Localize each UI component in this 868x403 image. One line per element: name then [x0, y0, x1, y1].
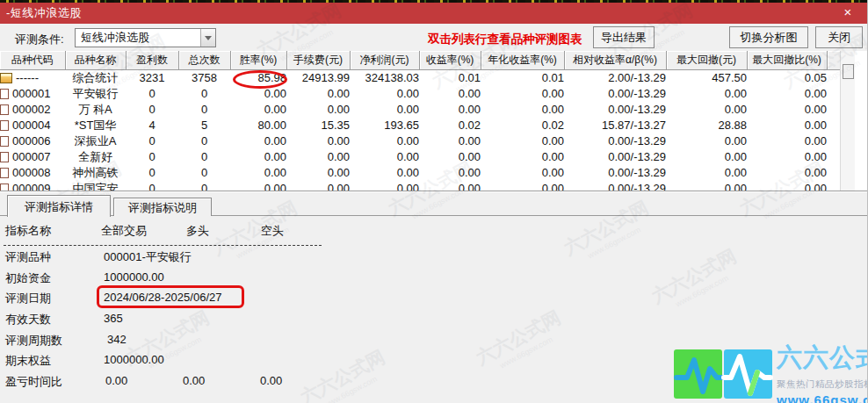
table-scrollbar[interactable]: [840, 51, 855, 191]
cell-win: 0: [126, 181, 178, 191]
panel-row-value: 1000000.00: [104, 353, 164, 366]
cell-rate: 85.98: [230, 69, 286, 86]
chevron-down-icon[interactable]: [200, 29, 215, 47]
pulse-logo-icon: [673, 348, 773, 400]
cell-code: 000009: [0, 181, 65, 191]
cell-name: *ST国华: [65, 118, 126, 133]
column-header[interactable]: 收益率(%): [419, 51, 481, 69]
cell-stub: [827, 133, 840, 149]
site-logo-subtitle: 聚焦热门精品炒股指标公式: [777, 378, 868, 391]
cell-stub: [827, 149, 840, 165]
cell-profit: 193.65: [350, 118, 419, 133]
column-header[interactable]: 品种名称: [65, 51, 126, 69]
cell-stub: [827, 118, 840, 133]
cell-total: 0: [178, 133, 230, 149]
cell-name: 深振业A: [65, 133, 126, 149]
cell-annual: 0.02: [481, 118, 564, 133]
column-header[interactable]: 最大回撤比(%): [747, 51, 827, 69]
cell-alpha_beta: 0.00/-13.29: [564, 86, 666, 102]
cell-drawdown: 0.00: [666, 86, 747, 102]
column-header[interactable]: 盈利数: [126, 51, 178, 69]
column-header[interactable]: 最大回撤(元): [666, 51, 747, 69]
tab-indicator-description[interactable]: 评测指标说明: [113, 198, 212, 216]
table-row[interactable]: 000008神州高铁000.000.000.000.000.000.00/-13…: [0, 165, 840, 181]
column-header[interactable]: 相对收益率α/β(%): [564, 51, 666, 69]
cell-fee: 0.00: [286, 149, 350, 165]
column-header[interactable]: 年化收益率(%): [481, 51, 564, 69]
cell-dd_ratio: 0.00: [747, 102, 827, 118]
export-results-button[interactable]: 导出结果: [593, 26, 655, 48]
file-icon: [0, 120, 9, 131]
cell-stub: [827, 165, 840, 181]
condition-label: 评测条件:: [15, 32, 64, 47]
cell-rate: 0.00: [230, 102, 286, 118]
panel-row-value: 342: [107, 333, 127, 346]
column-header[interactable]: 总次数: [178, 51, 230, 69]
window-title: -短线冲浪选股: [0, 5, 82, 21]
panel-row-value: 0.00: [260, 374, 282, 387]
close-icon[interactable]: ×: [840, 4, 856, 19]
cell-annual: 0.01: [481, 69, 564, 86]
column-header[interactable]: [827, 51, 840, 69]
cell-drawdown: 0.00: [666, 165, 747, 181]
table-row[interactable]: ------综合统计3231375885.9824913.99324138.03…: [0, 69, 840, 86]
table-row[interactable]: 000009中国宝安000.000.000.000.000.000.00/-13…: [0, 181, 840, 191]
cell-fee: 0.00: [286, 181, 350, 191]
table-row[interactable]: 000001平安银行000.000.000.000.000.000.00/-13…: [0, 86, 840, 102]
cell-stub: [827, 69, 840, 86]
cell-stub: [827, 181, 840, 191]
cell-rate: 0.00: [230, 133, 286, 149]
stats-folder-icon: [0, 73, 12, 83]
cell-ret: 0.00: [419, 165, 481, 181]
cell-alpha_beta: 2.00/-13.29: [564, 69, 666, 86]
cell-fee: 0.00: [286, 102, 350, 118]
file-icon: [0, 184, 9, 191]
panel-row-label: 评测品种: [5, 249, 51, 265]
cell-drawdown: 0.00: [666, 149, 747, 165]
cell-fee: 24913.99: [286, 69, 350, 86]
tab-indicator-details[interactable]: 评测指标详情: [7, 195, 111, 217]
panel-row-value: 000001-平安银行: [104, 249, 192, 265]
scrollbar-thumb[interactable]: [843, 64, 854, 79]
separator: [0, 191, 868, 196]
table-header-row: 品种代码品种名称盈利数总次数胜率(%)手续费(元)净利润(元)收益率(%)年化收…: [0, 51, 840, 69]
cell-ret: 0.00: [419, 86, 481, 102]
table-row[interactable]: 000006深振业A000.000.000.000.000.000.00/-13…: [0, 133, 840, 149]
close-button[interactable]: 关闭: [815, 26, 863, 48]
table-row[interactable]: 000007全新好000.000.000.000.000.000.00/-13.…: [0, 149, 840, 165]
cell-name: 中国宝安: [65, 181, 126, 191]
panel-row: 评测品种000001-平安银行: [0, 246, 868, 267]
file-icon: [0, 104, 9, 115]
cell-ret: 0.00: [419, 102, 481, 118]
cell-alpha_beta: 0.00/-13.29: [564, 165, 666, 181]
cell-alpha_beta: 15.87/-13.27: [564, 118, 666, 133]
cell-drawdown: 28.88: [666, 118, 747, 133]
cell-alpha_beta: 0.00/-13.29: [564, 181, 666, 191]
column-header[interactable]: 胜率(%): [230, 51, 286, 69]
cell-annual: 0.00: [481, 181, 564, 191]
condition-dropdown[interactable]: 短线冲浪选股: [75, 28, 216, 47]
panel-row-label: 初始资金: [5, 270, 51, 286]
cell-dd_ratio: 0.00: [747, 165, 827, 181]
cell-dd_ratio: 0.00: [747, 149, 827, 165]
app-window: -短线冲浪选股 × 评测条件: 短线冲浪选股 双击列表行查看品种评测图表 导出结…: [0, 0, 868, 403]
switch-analysis-chart-button[interactable]: 切换分析图: [729, 26, 808, 48]
cell-win: 0: [126, 102, 178, 118]
table-row[interactable]: 000004*ST国华4580.0015.35193.650.020.0215.…: [0, 118, 840, 133]
cell-ret: 0.00: [419, 133, 481, 149]
column-header[interactable]: 净利润(元): [350, 51, 419, 69]
panel-row-value: 0.00: [183, 374, 205, 387]
panel-row: 评测日期2024/06/28-2025/06/27: [0, 287, 868, 308]
double-click-hint: 双击列表行查看品种评测图表: [428, 32, 582, 47]
panel-header-indicator: 指标名称: [5, 223, 51, 239]
cell-rate: 0.00: [230, 149, 286, 165]
table-row[interactable]: 000002万 科A000.000.000.000.000.000.00/-13…: [0, 102, 840, 118]
cell-profit: 0.00: [350, 86, 419, 102]
cell-alpha_beta: 0.00/-13.29: [564, 149, 666, 165]
column-header[interactable]: 品种代码: [0, 51, 65, 69]
column-header[interactable]: 手续费(元): [286, 51, 350, 69]
cell-name: 神州高铁: [65, 165, 126, 181]
cell-code: 000008: [0, 165, 65, 181]
panel-header-long: 多头: [186, 223, 209, 239]
cell-drawdown: 457.50: [666, 69, 747, 86]
